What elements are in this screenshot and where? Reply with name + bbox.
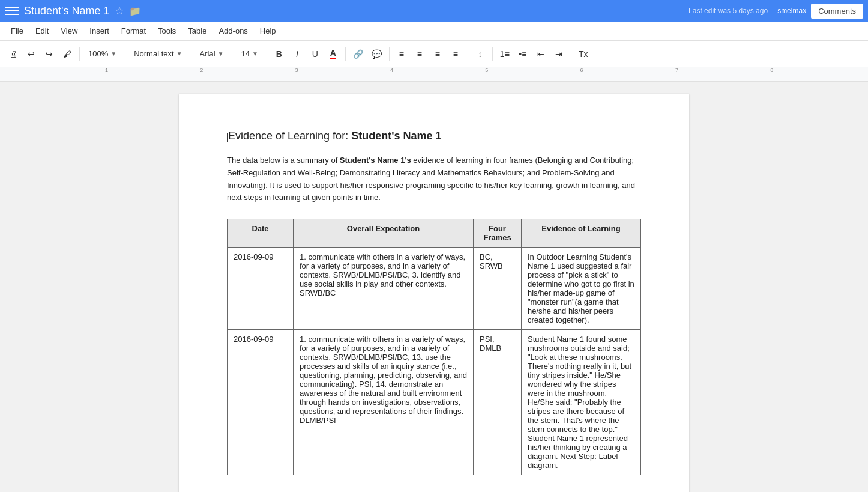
divider-7 <box>389 47 390 61</box>
menu-insert[interactable]: Insert <box>83 24 115 38</box>
menu-file[interactable]: File <box>5 24 29 38</box>
ruler-mark-3: 3 <box>295 67 298 73</box>
link-button[interactable]: 🔗 <box>349 46 367 62</box>
row1-expectation: 1. communicate with others in a variety … <box>294 248 474 330</box>
align-center-button[interactable]: ≡ <box>411 46 428 62</box>
row2-expectation: 1. communicate with others in a variety … <box>294 330 474 475</box>
increase-indent-button[interactable]: ⇥ <box>550 46 567 62</box>
menu-table[interactable]: Table <box>182 24 212 38</box>
intro-paragraph: The data below is a summary of Student's… <box>227 154 641 204</box>
align-right-button[interactable]: ≡ <box>429 46 446 62</box>
ruler-mark-8: 8 <box>770 67 773 73</box>
divider-4 <box>232 47 232 61</box>
redo-button[interactable]: ↪ <box>41 46 58 62</box>
header-evidence: Evidence of Learning <box>522 219 641 248</box>
table-row: 2016-09-09 1. communicate with others in… <box>228 330 641 475</box>
ruler-mark-5: 5 <box>485 67 488 73</box>
bold-button[interactable]: B <box>271 46 288 62</box>
zoom-value: 100% <box>88 49 108 58</box>
decrease-indent-button[interactable]: ⇤ <box>532 46 549 62</box>
header-expectation: Overall Expectation <box>294 219 474 248</box>
fontsize-value: 14 <box>241 49 249 58</box>
row2-date: 2016-09-09 <box>228 330 294 475</box>
ruler-mark-4: 4 <box>390 67 393 73</box>
row1-frames: BC, SRWB <box>474 248 522 330</box>
ruler-mark-1: 1 <box>105 67 108 73</box>
style-value: Normal text <box>134 49 173 58</box>
table-row: 2016-09-09 1. communicate with others in… <box>228 248 641 330</box>
menu-edit[interactable]: Edit <box>29 24 55 38</box>
italic-button[interactable]: I <box>289 46 306 62</box>
underline-button[interactable]: U <box>307 46 324 62</box>
toolbar: 🖨 ↩ ↪ 🖌 100% ▼ Normal text ▼ Arial ▼ 14 … <box>0 41 868 67</box>
zoom-caret: ▼ <box>110 50 116 57</box>
intro-start: The data below is a summary of <box>227 156 340 165</box>
row1-date: 2016-09-09 <box>228 248 294 330</box>
ruler-mark-7: 7 <box>675 67 678 73</box>
menu-addons[interactable]: Add-ons <box>212 24 253 38</box>
doc-title[interactable]: Student's Name 1 <box>24 5 110 17</box>
line-spacing-button[interactable]: ↕ <box>472 46 489 62</box>
divider-3 <box>191 47 191 61</box>
comments-button[interactable]: Comments <box>811 4 863 19</box>
divider-2 <box>125 47 125 61</box>
divider-1 <box>79 47 80 61</box>
divider-10 <box>571 47 571 61</box>
user-info: smelmax <box>777 7 806 15</box>
bullet-list-button[interactable]: •≡ <box>514 46 531 62</box>
undo-button[interactable]: ↩ <box>23 46 40 62</box>
last-edit: Last edit was 5 days ago <box>689 7 768 15</box>
print-button[interactable]: 🖨 <box>5 46 22 62</box>
divider-6 <box>345 47 346 61</box>
divider-8 <box>468 47 468 61</box>
divider-5 <box>267 47 267 61</box>
cursor-indicator <box>227 133 228 142</box>
font-caret: ▼ <box>218 50 224 57</box>
clear-formatting-button[interactable]: Tx <box>575 46 592 62</box>
header-frames: FourFrames <box>474 219 522 248</box>
table-header-row: Date Overall Expectation FourFrames Evid… <box>228 219 641 248</box>
fontsize-dropdown[interactable]: 14 ▼ <box>236 46 262 62</box>
fontsize-caret: ▼ <box>252 50 258 57</box>
align-left-button[interactable]: ≡ <box>393 46 410 62</box>
menu-view[interactable]: View <box>55 24 83 38</box>
zoom-dropdown[interactable]: 100% ▼ <box>83 46 121 62</box>
ruler-mark-6: 6 <box>580 67 583 73</box>
top-bar: Student's Name 1 ☆ 📁 Last edit was 5 day… <box>0 0 868 22</box>
row1-evidence: In Outdoor Learning Student's Name 1 use… <box>522 248 641 330</box>
comment-button[interactable]: 💬 <box>368 46 385 62</box>
text-color-button[interactable]: A <box>325 46 342 62</box>
align-justify-button[interactable]: ≡ <box>447 46 464 62</box>
paint-format-button[interactable]: 🖌 <box>59 46 76 62</box>
font-dropdown[interactable]: Arial ▼ <box>195 46 229 62</box>
header-date: Date <box>228 219 294 248</box>
folder-icon[interactable]: 📁 <box>129 5 141 17</box>
ruler-inner: 1 2 3 4 5 6 7 8 <box>68 67 800 81</box>
menu-tools[interactable]: Tools <box>152 24 182 38</box>
hamburger-icon[interactable] <box>5 4 19 18</box>
heading-prefix: Evidence of Learning for: <box>228 130 351 142</box>
ruler: 1 2 3 4 5 6 7 8 <box>0 67 868 82</box>
menu-bar: File Edit View Insert Format Tools Table… <box>0 22 868 41</box>
menu-format[interactable]: Format <box>115 24 152 38</box>
document-heading: Evidence of Learning for: Student's Name… <box>227 130 641 142</box>
font-value: Arial <box>200 49 215 58</box>
style-caret: ▼ <box>176 50 182 57</box>
title-area: Student's Name 1 ☆ 📁 <box>24 4 689 17</box>
document-page[interactable]: Evidence of Learning for: Student's Name… <box>179 94 689 492</box>
menu-help[interactable]: Help <box>254 24 282 38</box>
text-color-label: A <box>330 48 336 59</box>
intro-bold: Student's Name 1's <box>340 156 411 165</box>
heading-name: Student's Name 1 <box>351 130 441 142</box>
row2-evidence: Student Name 1 found some mushrooms outs… <box>522 330 641 475</box>
learning-table: Date Overall Expectation FourFrames Evid… <box>227 219 641 475</box>
star-icon[interactable]: ☆ <box>115 4 124 17</box>
style-dropdown[interactable]: Normal text ▼ <box>129 46 187 62</box>
divider-9 <box>492 47 493 61</box>
row2-frames: PSI, DMLB <box>474 330 522 475</box>
page-container: Evidence of Learning for: Student's Name… <box>0 82 868 492</box>
numbered-list-button[interactable]: 1≡ <box>496 46 513 62</box>
ruler-mark-2: 2 <box>200 67 203 73</box>
